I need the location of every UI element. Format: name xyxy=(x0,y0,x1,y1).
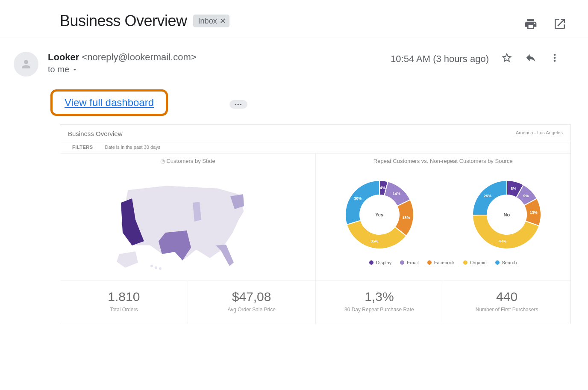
stat-label: Number of First Purchasers xyxy=(443,307,570,313)
donut-yes-center: Yes xyxy=(375,212,383,217)
inbox-label-text: Inbox xyxy=(198,17,217,26)
show-trimmed-content-button[interactable]: ••• xyxy=(229,100,247,109)
open-new-window-icon[interactable] xyxy=(553,17,567,32)
dashboard-filters-bar: FILTERS Date is in the past 30 days xyxy=(60,141,570,154)
legend-item: Organic xyxy=(463,260,487,265)
svg-point-2 xyxy=(159,267,162,270)
filter-text: Date is in the past 30 days xyxy=(105,145,161,150)
donut-slice xyxy=(345,180,379,225)
legend-item: Search xyxy=(495,260,517,265)
stat-value: $47,08 xyxy=(188,290,315,304)
state-ak xyxy=(117,251,138,268)
stats-row: 1.810 Total Orders$47,08 Avg Order Sale … xyxy=(60,281,570,324)
slice-label: 30% xyxy=(354,196,362,201)
dashboard-embed: Business Overview America - Los Angeles … xyxy=(60,124,571,324)
stat-label: Total Orders xyxy=(60,307,188,313)
slice-label: 4% xyxy=(380,186,385,190)
email-header: Business Overview Inbox ✕ xyxy=(0,0,588,38)
svg-point-1 xyxy=(155,266,157,269)
sender-name: Looker xyxy=(48,52,79,62)
donut-yes: 4%14%18%35%30% Yes xyxy=(330,172,429,257)
sender-avatar[interactable] xyxy=(14,52,38,77)
map-panel: ◔ Customers by State xyxy=(60,154,316,281)
stat-value: 1.810 xyxy=(60,290,188,304)
stat-card: 1.810 Total Orders xyxy=(60,281,188,324)
stat-label: Avg Order Sale Price xyxy=(188,307,315,313)
remove-label-icon[interactable]: ✕ xyxy=(220,16,226,26)
stat-card: $47,08 Avg Order Sale Price xyxy=(188,281,316,324)
reply-icon[interactable] xyxy=(525,52,537,66)
donut-no: 8%9%13%44%25% No xyxy=(458,172,556,257)
view-full-dashboard-link[interactable]: View full dashboard xyxy=(65,97,154,108)
email-timestamp: 10:54 AM (3 hours ago) xyxy=(391,53,489,65)
more-icon[interactable] xyxy=(549,52,561,66)
slice-label: 14% xyxy=(392,192,400,196)
sender-email: <noreply@lookermail.com> xyxy=(82,52,196,62)
us-map xyxy=(60,168,315,275)
slice-label: 44% xyxy=(499,239,506,243)
slice-label: 13% xyxy=(530,210,538,215)
donut-no-center: No xyxy=(504,212,510,217)
map-panel-title: ◔ Customers by State xyxy=(60,158,315,164)
slice-label: 9% xyxy=(523,194,529,198)
svg-point-0 xyxy=(150,265,153,267)
legend-item: Email xyxy=(400,260,419,265)
stat-card: 1,3% 30 Day Repeat Purchase Rate xyxy=(316,281,444,324)
stat-value: 440 xyxy=(443,290,570,304)
print-icon[interactable] xyxy=(524,17,538,32)
stat-label: 30 Day Repeat Purchase Rate xyxy=(316,307,443,313)
filters-label: FILTERS xyxy=(72,145,93,150)
slice-label: 18% xyxy=(402,216,410,220)
dashboard-title: Business Overview xyxy=(68,130,123,137)
message-meta-row: Looker <noreply@lookermail.com> to me 10… xyxy=(0,38,588,77)
stat-value: 1,3% xyxy=(316,290,443,304)
legend-item: Facebook xyxy=(427,260,455,265)
star-icon[interactable] xyxy=(501,52,513,66)
slice-label: 25% xyxy=(484,194,491,198)
stat-card: 440 Number of First Purchasers xyxy=(443,281,570,324)
pie-legend: DisplayEmailFacebookOrganicSearch xyxy=(316,257,571,265)
slice-label: 8% xyxy=(511,186,516,191)
slice-label: 35% xyxy=(370,239,378,243)
view-full-dashboard-highlight: View full dashboard xyxy=(50,89,168,116)
pie-panel-title: Repeat Customers vs. Non-repeat Customer… xyxy=(316,158,571,164)
chevron-down-icon xyxy=(72,67,78,73)
legend-item: Display xyxy=(369,260,391,265)
inbox-label-chip[interactable]: Inbox ✕ xyxy=(193,15,229,27)
pie-panel: Repeat Customers vs. Non-repeat Customer… xyxy=(316,154,571,281)
dashboard-timezone: America - Los Angeles xyxy=(516,130,563,137)
email-subject: Business Overview xyxy=(60,12,187,30)
recipient-text: to me xyxy=(48,65,69,74)
state-fl xyxy=(216,245,234,266)
